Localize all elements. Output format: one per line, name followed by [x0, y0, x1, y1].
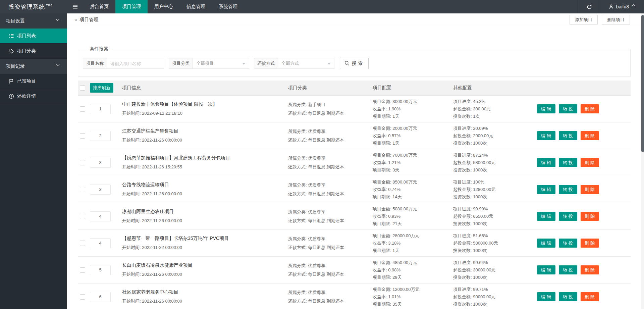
sort-order-input[interactable]: [90, 131, 111, 141]
sort-order-input[interactable]: [90, 238, 111, 248]
delete-project-button[interactable]: 删除项目: [602, 15, 630, 25]
min-invest-label: 起投金额:: [453, 214, 472, 219]
sidebar-group-project-records[interactable]: 项目记录: [0, 59, 67, 74]
edit-button[interactable]: 编辑: [537, 158, 555, 167]
edit-button[interactable]: 编辑: [537, 131, 555, 140]
edit-button[interactable]: 编辑: [537, 104, 555, 113]
menu-toggle-button[interactable]: [67, 0, 83, 13]
category-value: 优质尊享: [308, 209, 325, 214]
transfer-button[interactable]: 转投: [559, 104, 577, 113]
row-checkbox[interactable]: [80, 106, 85, 112]
progress-value: 99.71%: [473, 287, 488, 292]
row-checkbox[interactable]: [80, 241, 85, 246]
sort-order-input[interactable]: [90, 104, 111, 114]
sidebar-item-label: 项目列表: [17, 33, 36, 39]
search-panel-legend: 条件搜索: [86, 46, 112, 52]
sort-order-input[interactable]: [90, 211, 111, 221]
transfer-button[interactable]: 转投: [559, 158, 577, 167]
row-checkbox[interactable]: [80, 267, 85, 273]
nav-tab-system[interactable]: 系统管理: [212, 0, 244, 13]
nav-tab-info[interactable]: 信息管理: [180, 0, 212, 13]
repay-value: 每日返息,到期还本: [308, 138, 344, 143]
edit-button[interactable]: 编辑: [537, 265, 555, 274]
delete-button[interactable]: 删除: [581, 212, 599, 221]
repay-value: 每日返息,到期还本: [308, 111, 344, 116]
delete-button[interactable]: 删除: [581, 104, 599, 113]
invest-times-value: 1000次: [473, 221, 487, 226]
delete-button[interactable]: 删除: [581, 131, 599, 140]
progress-value: 51.66%: [473, 233, 488, 238]
delete-button[interactable]: 删除: [581, 185, 599, 194]
project-category-select[interactable]: 全部项目: [193, 58, 249, 69]
table-body: 中正建投新手体验项目【体验项目 限投一次】 开始时间: 2022-09-12 2…: [78, 96, 631, 309]
amount-label: 项目金额:: [373, 233, 391, 238]
refresh-button[interactable]: [578, 0, 601, 13]
sidebar-group-project-settings[interactable]: 项目设置: [0, 13, 67, 29]
project-title: 公路专线物流运输项目: [122, 182, 280, 188]
sort-order-input[interactable]: [90, 185, 111, 195]
scrollbar-thumb[interactable]: [641, 15, 644, 152]
sidebar-item-project-category[interactable]: 项目分类: [0, 44, 67, 59]
edit-button[interactable]: 编辑: [537, 292, 555, 301]
project-title: 江苏交通护栏生产销售项目: [122, 128, 280, 134]
user-menu[interactable]: baifu8: [601, 0, 644, 13]
sidebar-item-repayment-details[interactable]: $ 还款详情: [0, 89, 67, 104]
delete-button[interactable]: 删除: [581, 239, 599, 248]
transfer-button[interactable]: 转投: [559, 212, 577, 221]
transfer-button[interactable]: 转投: [559, 292, 577, 301]
delete-button[interactable]: 删除: [581, 158, 599, 167]
amount-label: 项目金额:: [373, 99, 391, 104]
amount-value: 4850.00万元: [392, 260, 417, 265]
sidebar-item-invested-projects[interactable]: 已投项目: [0, 74, 67, 89]
start-time-value: 2022-11-26 00:00:00: [142, 272, 182, 277]
delete-button[interactable]: 删除: [581, 292, 599, 301]
category-value: 优质尊享: [308, 236, 325, 241]
transfer-button[interactable]: 转投: [559, 185, 577, 194]
transfer-button[interactable]: 转投: [559, 265, 577, 274]
search-button[interactable]: 搜索: [340, 58, 369, 69]
select-all-checkbox[interactable]: [80, 85, 85, 91]
transfer-button[interactable]: 转投: [559, 239, 577, 248]
min-invest-label: 起投金额:: [453, 241, 472, 246]
repay-label: 还款方式:: [288, 164, 307, 169]
sidebar-item-project-list[interactable]: 项目列表: [0, 29, 67, 44]
app-window: 投资管理系统TP6 后台首页 项目管理 用户中心 信息管理 系统管理: [0, 0, 644, 309]
sort-order-input[interactable]: [90, 158, 111, 168]
list-icon: [9, 33, 14, 39]
delete-button[interactable]: 删除: [581, 265, 599, 274]
min-invest-value: 12800.00元: [473, 187, 495, 192]
edit-button[interactable]: 编辑: [537, 212, 555, 221]
amount-value: 28000.00万元: [392, 233, 419, 238]
edit-button[interactable]: 编辑: [537, 239, 555, 248]
row-checkbox[interactable]: [80, 214, 85, 219]
term-value: 1天: [392, 141, 399, 146]
progress-value: 99.64%: [473, 260, 488, 265]
nav-tab-projects[interactable]: 项目管理: [115, 0, 148, 13]
row-checkbox[interactable]: [80, 187, 85, 192]
start-time-value: 2022-11-22 00:00:00: [142, 245, 182, 250]
page-title: 项目管理: [79, 17, 98, 23]
repay-value: 每日返息,到期还本: [308, 191, 344, 196]
sort-refresh-badge[interactable]: 排序刷新: [90, 83, 113, 93]
sort-order-input[interactable]: [90, 292, 111, 302]
search-panel: 条件搜索 项目名称 项目分类 全部项目: [78, 46, 631, 76]
row-checkbox[interactable]: [80, 294, 85, 300]
nav-tab-dashboard[interactable]: 后台首页: [83, 0, 115, 13]
nav-tab-users[interactable]: 用户中心: [148, 0, 180, 13]
amount-label: 项目金额:: [373, 126, 391, 131]
table-row: 社区居家养老服务中心项目 开始时间: 2022-11-26 00:00:00 所…: [78, 284, 631, 309]
project-name-input[interactable]: [107, 58, 164, 69]
start-time-label: 开始时间:: [122, 299, 141, 304]
add-project-button[interactable]: 添加项目: [570, 15, 598, 25]
transfer-button[interactable]: 转投: [559, 131, 577, 140]
category-label: 所属分类:: [288, 263, 307, 268]
rate-value: 0.74%: [388, 187, 400, 192]
repay-method-select[interactable]: 全部方式: [278, 58, 334, 69]
edit-button[interactable]: 编辑: [537, 185, 555, 194]
table-row: 凉都山阿里生态农庄项目 开始时间: 2022-11-26 00:00:00 所属…: [78, 203, 631, 230]
progress-label: 项目进度:: [453, 126, 472, 131]
sort-order-input[interactable]: [90, 265, 111, 275]
row-checkbox[interactable]: [80, 133, 85, 139]
category-value: 优质尊享: [308, 156, 325, 161]
row-checkbox[interactable]: [80, 160, 85, 165]
